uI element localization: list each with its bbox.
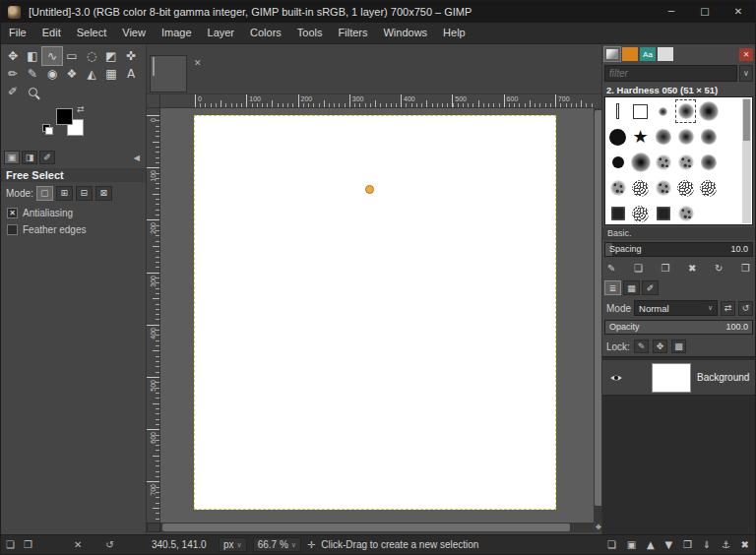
lower-layer-icon[interactable]: ▼ <box>664 539 672 550</box>
brush-thumbnail[interactable] <box>697 98 720 124</box>
brush-thumbnail[interactable] <box>606 201 629 223</box>
brush-thumbnail[interactable] <box>629 201 652 223</box>
brush-thumbnail[interactable] <box>606 124 629 150</box>
restore-tool-preset-icon[interactable]: ❐ <box>24 539 32 550</box>
layer-row-background[interactable]: Background <box>602 360 755 396</box>
tool-options-tab-icon[interactable]: ▣ <box>4 151 20 164</box>
crop-tool-icon[interactable]: ◩ <box>101 47 121 65</box>
default-colors-icon[interactable] <box>42 124 53 135</box>
menu-colors[interactable]: Colors <box>242 23 289 43</box>
brush-thumbnail[interactable] <box>606 150 629 175</box>
menu-image[interactable]: Image <box>154 23 200 43</box>
duplicate-layer-icon[interactable]: ❐ <box>683 539 692 550</box>
horizontal-scrollbar-thumb[interactable] <box>162 524 570 531</box>
pencil-tool-icon[interactable]: ✏ <box>3 65 23 83</box>
channels-tab-icon[interactable]: ▦ <box>623 280 640 295</box>
menu-help[interactable]: Help <box>435 23 473 43</box>
menu-select[interactable]: Select <box>69 23 115 43</box>
delete-brush-icon[interactable]: ✖ <box>688 263 696 274</box>
move-tool-icon[interactable]: ✥ <box>3 47 23 65</box>
brush-thumbnail[interactable] <box>629 98 652 124</box>
smudge-tool-icon[interactable]: ▦ <box>101 65 121 83</box>
refresh-brushes-icon[interactable]: ↻ <box>715 263 723 274</box>
zoom-dropdown[interactable]: 66.7 % ∨ <box>253 537 301 552</box>
document-history-tab-icon[interactable] <box>658 47 673 61</box>
transform-tool-icon[interactable]: ✜ <box>121 47 141 65</box>
brush-thumbnail[interactable] <box>674 201 697 223</box>
layers-tab-icon[interactable]: ≣ <box>604 280 621 295</box>
brush-thumbnail[interactable] <box>674 150 697 175</box>
clone-tool-icon[interactable]: ❖ <box>62 65 82 83</box>
brush-thumbnail[interactable] <box>652 201 674 223</box>
paintbrush-tool-icon[interactable]: ✎ <box>23 65 42 83</box>
brush-thumbnail[interactable] <box>652 175 674 201</box>
brush-thumbnail[interactable] <box>629 150 652 175</box>
mode-switch-icon[interactable]: ⇄ <box>721 301 735 316</box>
menu-filters[interactable]: Filters <box>331 23 376 43</box>
spacing-slider[interactable]: Spacing 10.0 <box>604 242 753 257</box>
paths-tool-icon[interactable]: ✐ <box>3 83 23 100</box>
minimize-button[interactable]: ─ <box>655 1 688 23</box>
navigation-button[interactable]: ✥ <box>594 523 601 532</box>
feather-edges-checkbox[interactable] <box>7 224 18 235</box>
device-status-tab-icon[interactable]: ◨ <box>22 151 37 164</box>
swap-colors-icon[interactable]: ⇄ <box>77 104 85 114</box>
brush-thumbnail[interactable] <box>629 175 652 201</box>
eraser-tool-icon[interactable]: ◭ <box>82 65 101 83</box>
open-brush-icon[interactable]: ❒ <box>741 263 750 274</box>
dock-collapse-icon[interactable]: ◀ <box>134 154 143 162</box>
horizontal-scrollbar[interactable] <box>160 523 594 532</box>
zoom-tool-icon[interactable] <box>23 83 42 100</box>
reset-tool-options-icon[interactable]: ↺ <box>105 539 113 550</box>
vertical-ruler[interactable]: 0 100 200 300 400 500 600 700 <box>147 108 160 523</box>
quick-mask-toggle[interactable] <box>147 523 160 532</box>
brush-thumbnail[interactable] <box>674 175 697 201</box>
vertical-scrollbar[interactable] <box>594 108 601 523</box>
brush-filter-input[interactable] <box>604 65 737 82</box>
brush-thumbnail[interactable] <box>652 150 674 175</box>
paths-tab-icon[interactable]: ✐ <box>642 280 659 295</box>
text-tool-icon[interactable]: A <box>121 65 141 83</box>
mode-replace-button[interactable]: ▢ <box>36 186 53 201</box>
brush-thumbnail[interactable] <box>697 150 720 175</box>
merge-layer-icon[interactable]: ⇓ <box>703 539 711 550</box>
dock-close-icon[interactable]: ✕ <box>739 48 753 61</box>
menu-file[interactable]: File <box>1 23 34 43</box>
lock-alpha-icon[interactable]: ▩ <box>671 339 686 353</box>
duplicate-brush-icon[interactable]: ❐ <box>662 263 670 274</box>
mode-subtract-button[interactable]: ⊟ <box>76 186 93 201</box>
vertical-scrollbar-thumb[interactable] <box>595 110 601 506</box>
close-button[interactable]: ✕ <box>722 1 755 23</box>
delete-tool-preset-icon[interactable]: ✕ <box>74 539 82 550</box>
brush-thumbnail[interactable] <box>652 98 674 124</box>
lock-position-icon[interactable]: ✥ <box>653 339 667 353</box>
save-tool-preset-icon[interactable]: ❏ <box>6 539 15 550</box>
brush-thumbnail-selected[interactable] <box>674 98 697 124</box>
brush-thumbnail[interactable] <box>652 124 674 150</box>
menu-tools[interactable]: Tools <box>289 23 331 43</box>
menu-view[interactable]: View <box>114 23 154 43</box>
gradient-tool-icon[interactable]: ◉ <box>42 65 62 83</box>
lock-pixels-icon[interactable]: ✎ <box>634 339 649 353</box>
canvas-viewport[interactable] <box>160 108 594 523</box>
brush-thumbnail[interactable] <box>606 175 629 201</box>
brush-thumbnail[interactable] <box>674 124 697 150</box>
feather-edges-option[interactable]: Feather edges <box>1 221 146 238</box>
maximize-button[interactable]: □ <box>688 1 722 23</box>
fonts-tab-icon[interactable]: Aa <box>640 47 656 61</box>
menu-edit[interactable]: Edit <box>34 23 69 43</box>
image-tab-close-icon[interactable]: ✕ <box>194 58 202 68</box>
brush-grid-scrollbar[interactable] <box>742 98 751 223</box>
filter-dropdown-icon[interactable]: ∨ <box>739 65 753 82</box>
brush-thumbnail[interactable] <box>606 98 629 124</box>
horizontal-ruler[interactable]: 0 100 200 300 400 500 600 700 <box>160 94 594 108</box>
brush-thumbnail[interactable] <box>697 175 720 201</box>
mode-intersect-button[interactable]: ⊠ <box>95 186 112 201</box>
fuzzy-select-tool-icon[interactable]: ◌ <box>82 47 101 65</box>
canvas[interactable] <box>194 115 556 510</box>
brushes-tab-icon[interactable] <box>604 47 620 61</box>
delete-layer-icon[interactable]: ✖ <box>741 539 749 550</box>
new-layer-icon[interactable]: ❏ <box>607 539 616 550</box>
new-brush-icon[interactable]: ❏ <box>634 263 643 274</box>
new-layer-group-icon[interactable]: ▣ <box>627 539 636 550</box>
